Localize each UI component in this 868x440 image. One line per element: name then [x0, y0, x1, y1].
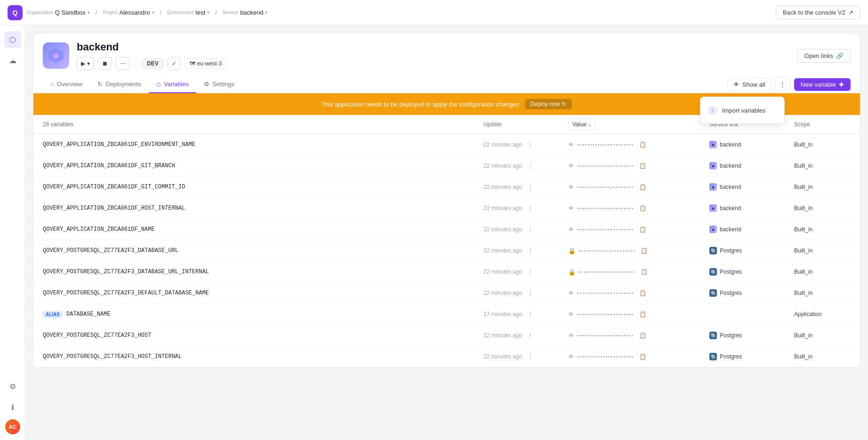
variable-value-cell: 👁 •••••••••••••••••••••• 📋	[568, 309, 709, 320]
app-logo: Q	[8, 5, 23, 20]
tab-settings[interactable]: ⚙ Settings	[196, 76, 242, 93]
eye-icon: 👁	[568, 205, 574, 212]
import-variables-item[interactable]: ↑ Import variables	[700, 101, 784, 120]
variable-service-link-cell: ◆ backend	[709, 204, 794, 212]
plus-icon: ✚	[839, 81, 844, 88]
more-actions-button[interactable]: ⋯	[116, 57, 130, 70]
variable-value-cell: 👁 •••••••••••••••••••••• 📋	[568, 139, 709, 150]
copy-value-button[interactable]: 📋	[637, 160, 648, 171]
copy-value-button[interactable]: 📋	[637, 181, 648, 193]
open-links-button[interactable]: Open links 🔗	[797, 49, 851, 63]
env-action-button[interactable]: ✓	[168, 57, 181, 70]
breadcrumb-service[interactable]: Service backend ▾	[223, 9, 268, 16]
copy-value-button[interactable]: 📋	[637, 351, 648, 362]
postgres-service-icon: 🐘	[709, 268, 717, 276]
sidebar-item-cloud[interactable]: ☁	[4, 52, 21, 69]
breadcrumb-org[interactable]: Organization Q Sandbox ▾	[26, 9, 90, 16]
row-menu-button[interactable]: ⋮	[525, 330, 536, 341]
back-to-console-button[interactable]: Back to the console V2 ↗	[776, 6, 860, 19]
variable-scope-cell: Built_in	[794, 247, 851, 254]
update-time: 22 minutes ago	[483, 290, 522, 296]
variables-more-button[interactable]: ⋮	[775, 77, 790, 92]
header-value[interactable]: Value ↓	[568, 119, 709, 130]
row-menu-button[interactable]: ⋮	[525, 351, 536, 362]
copy-value-button[interactable]: 📋	[637, 139, 648, 150]
variable-update-cell: 22 minutes ago ⋮	[483, 203, 568, 214]
service-link-name: backend	[720, 226, 741, 233]
tab-overview[interactable]: ○ Overview	[43, 76, 90, 93]
copy-value-button[interactable]: 📋	[638, 266, 650, 277]
row-menu-button[interactable]: ⋮	[525, 287, 536, 299]
variable-name: QOVERY_POSTGRESQL_ZC77EA2F3_HOST	[43, 332, 483, 339]
row-menu-button[interactable]: ⋮	[525, 309, 536, 320]
table-row: QOVERY_APPLICATION_ZBCA061DF_NAME 22 min…	[33, 219, 860, 240]
variable-scope-cell: Built_in	[794, 141, 851, 148]
copy-value-button[interactable]: 📋	[637, 203, 648, 214]
show-all-button[interactable]: 👁 Show all	[727, 78, 772, 91]
sidebar-item-layers[interactable]: ⬡	[4, 31, 21, 48]
variable-value-cell: 👁 •••••••••••••••••••••• 📋	[568, 181, 709, 193]
row-menu-button[interactable]: ⋮	[525, 203, 536, 214]
table-row: QOVERY_POSTGRESQL_ZC77EA2F3_DEFAULT_DATA…	[33, 283, 860, 304]
copy-value-button[interactable]: 📋	[637, 287, 648, 299]
eye-icon: 👁	[568, 163, 574, 170]
service-link-name: Postgres	[720, 269, 742, 275]
update-time: 22 minutes ago	[483, 205, 522, 212]
table-row: QOVERY_POSTGRESQL_ZC77EA2F3_DATABASE_URL…	[33, 240, 860, 261]
service-link-name: backend	[720, 141, 741, 148]
lock-icon: 🔒	[568, 269, 576, 276]
variable-scope-cell: Built_in	[794, 205, 851, 212]
avatar-initials: AC	[9, 424, 16, 430]
left-sidebar: ⬡ ☁ ⚙ ℹ AC	[0, 25, 25, 440]
eye-icon: 👁	[733, 81, 739, 88]
new-variable-button[interactable]: New variable ✚	[794, 78, 851, 91]
masked-value: ••••••••••••••••••••••	[577, 312, 634, 317]
tab-deployments[interactable]: ↻ Deployments	[90, 76, 149, 93]
copy-value-button[interactable]: 📋	[638, 245, 650, 256]
row-menu-button[interactable]: ⋮	[525, 160, 536, 171]
copy-value-button[interactable]: 📋	[637, 330, 648, 341]
play-button[interactable]: ▶ ▾	[77, 57, 94, 70]
stop-button[interactable]: ⏹	[98, 57, 112, 70]
link-icon: 🔗	[836, 52, 844, 59]
sidebar-item-settings[interactable]: ⚙	[4, 378, 21, 395]
masked-value: ••••••••••••••••••••••	[577, 227, 634, 232]
more-dots-icon: ⋮	[780, 81, 786, 88]
sidebar-item-info[interactable]: ℹ	[4, 399, 21, 416]
eye-icon: 👁	[568, 311, 574, 318]
value-filter-dropdown[interactable]: Value ↓	[568, 119, 595, 130]
service-link-name: Postgres	[720, 247, 742, 254]
row-menu-button[interactable]: ⋮	[525, 181, 536, 193]
variable-scope-cell: Built_in	[794, 353, 851, 360]
eye-icon: 👁	[568, 290, 574, 297]
header-update: Update	[483, 119, 568, 130]
row-menu-button[interactable]: ⋮	[525, 266, 536, 277]
row-menu-button[interactable]: ⋮	[525, 245, 536, 256]
table-row: QOVERY_APPLICATION_ZBCA061DF_ENVIRONMENT…	[33, 134, 860, 155]
env-chevron-icon: ▾	[207, 10, 209, 15]
breadcrumb-env[interactable]: Environment test ▾	[167, 9, 209, 16]
copy-value-button[interactable]: 📋	[637, 224, 648, 235]
variable-update-cell: 22 minutes ago ⋮	[483, 287, 568, 299]
update-time: 22 minutes ago	[483, 184, 522, 190]
variable-value-cell: 🔒 •••••••••••••••••••••• 📋	[568, 266, 709, 277]
copy-value-button[interactable]: 📋	[637, 309, 648, 320]
variable-scope-cell: Built_in	[794, 226, 851, 233]
deploy-now-button[interactable]: Deploy now ↻	[525, 99, 572, 109]
tab-variables[interactable]: ◇ Variables	[149, 76, 196, 93]
refresh-icon: ↻	[562, 101, 566, 107]
breadcrumb-project[interactable]: Project Alessandro ▾	[103, 9, 154, 16]
sidebar-bottom: ⚙ ℹ AC	[4, 378, 21, 434]
env-value: test	[195, 9, 205, 16]
update-time: 22 minutes ago	[483, 163, 522, 169]
row-menu-button[interactable]: ⋮	[525, 139, 536, 150]
env-badge: DEV	[142, 58, 164, 69]
value-filter-label: Value	[572, 121, 587, 128]
variable-name: QOVERY_APPLICATION_ZBCA061DF_HOST_INTERN…	[43, 205, 483, 212]
row-menu-button[interactable]: ⋮	[525, 224, 536, 235]
table-row: ALIAS DATABASE_NAME 17 minutes ago ⋮ 👁 •…	[33, 304, 860, 325]
backend-service-icon: ◆	[709, 183, 717, 191]
user-avatar[interactable]: AC	[5, 419, 20, 434]
layers-icon: ⬡	[9, 35, 16, 44]
eye-icon: 👁	[568, 353, 574, 360]
